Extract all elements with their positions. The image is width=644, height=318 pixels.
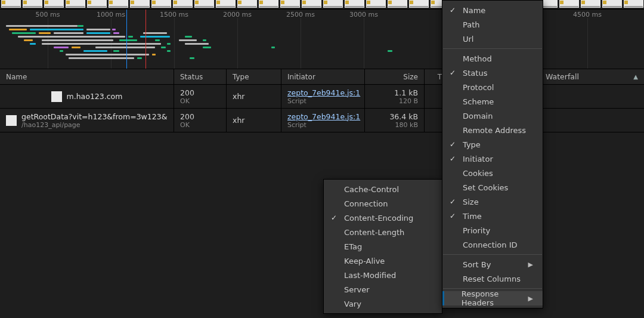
overview-bar xyxy=(86,29,110,30)
check-icon: ✓ xyxy=(448,155,457,163)
submenu-item[interactable]: Vary xyxy=(324,297,442,311)
menu-item[interactable]: Priority xyxy=(442,223,543,237)
chevron-right-icon: ▶ xyxy=(528,261,533,268)
menu-item[interactable]: Protocol xyxy=(442,80,543,94)
overview-bar xyxy=(30,43,36,45)
submenu-label: Keep-Alive xyxy=(344,257,385,265)
timeline-thumbnail[interactable] xyxy=(151,0,171,8)
sort-ascending-icon: ▲ xyxy=(633,73,638,80)
timeline-thumbnail-strip[interactable] xyxy=(0,0,644,10)
submenu-label: Connection xyxy=(344,199,388,208)
overview-bar xyxy=(185,43,209,45)
submenu-item[interactable]: ✓Content-Encoding xyxy=(324,211,442,225)
menu-item[interactable]: Domain xyxy=(442,109,543,123)
overview-bar xyxy=(113,32,119,34)
submenu-item[interactable]: ETag xyxy=(324,239,442,254)
timeline-thumbnail[interactable] xyxy=(602,0,622,8)
timeline-thumbnail[interactable] xyxy=(1,0,21,8)
timeline-thumbnail[interactable] xyxy=(345,0,364,8)
column-header-size[interactable]: Size xyxy=(365,69,425,84)
submenu-label: Cache-Control xyxy=(344,185,399,194)
timeline-thumbnail[interactable] xyxy=(259,0,278,8)
column-header-initiator[interactable]: Initiator xyxy=(281,69,365,84)
initiator-link[interactable]: zepto_7eb941e.js:1 xyxy=(287,112,358,121)
menu-item-label: Status xyxy=(463,69,487,78)
response-headers-submenu[interactable]: Cache-ControlConnection✓Content-Encoding… xyxy=(323,179,442,314)
overview-bar xyxy=(39,32,51,34)
menu-item[interactable]: ✓Size xyxy=(442,194,543,209)
menu-item[interactable]: Response Headers▶ xyxy=(442,291,543,305)
submenu-item[interactable]: Content-Length xyxy=(324,225,442,239)
submenu-item[interactable]: Server xyxy=(324,282,442,297)
overview-bar xyxy=(69,57,134,59)
menu-item[interactable]: Reset Columns xyxy=(442,271,543,286)
submenu-item[interactable]: Last-Modified xyxy=(324,268,442,282)
menu-item[interactable]: Remote Address xyxy=(442,123,543,137)
timeline-thumbnail[interactable] xyxy=(87,0,107,8)
timeline-thumbnail[interactable] xyxy=(23,0,42,8)
request-transfer: 120 B xyxy=(399,97,418,105)
menu-item[interactable]: Cookies xyxy=(442,166,543,180)
header-context-menu[interactable]: ✓NamePathUrlMethod✓StatusProtocolSchemeD… xyxy=(442,0,543,308)
menu-item-label: Set Cookies xyxy=(463,183,508,192)
submenu-item[interactable]: Connection xyxy=(324,196,442,211)
overview-bar xyxy=(78,25,83,27)
overview-bar xyxy=(143,32,167,34)
timeline-thumbnail[interactable] xyxy=(280,0,300,8)
timeline-thumbnail[interactable] xyxy=(323,0,343,8)
timeline-thumbnail[interactable] xyxy=(237,0,257,8)
timeline-thumbnail[interactable] xyxy=(66,0,85,8)
timeline-thumbnail[interactable] xyxy=(173,0,193,8)
timeline-thumbnail[interactable] xyxy=(130,0,150,8)
timeline-thumbnail[interactable] xyxy=(44,0,64,8)
submenu-item[interactable]: Cache-Control xyxy=(324,182,442,196)
timeline-thumbnail[interactable] xyxy=(581,0,600,8)
network-request-row[interactable]: m.hao123.com200OKxhrzepto_7eb941e.js:1Sc… xyxy=(0,85,644,109)
menu-item[interactable]: ✓Name xyxy=(442,3,543,17)
overview-bar xyxy=(18,36,125,38)
timeline-thumbnail[interactable] xyxy=(194,0,214,8)
timeline-thumbnail[interactable] xyxy=(559,0,579,8)
timeline-thumbnail[interactable] xyxy=(366,0,386,8)
network-overview-timeline[interactable]: 500 ms1000 ms1500 ms2000 ms2500 ms3000 m… xyxy=(0,10,644,69)
column-header-name[interactable]: Name xyxy=(0,69,174,84)
timeline-thumbnail[interactable] xyxy=(302,0,321,8)
timeline-thumbnail[interactable] xyxy=(216,0,236,8)
check-icon: ✓ xyxy=(448,69,457,77)
overview-bar xyxy=(388,50,392,52)
timeline-thumbnail[interactable] xyxy=(409,0,429,8)
menu-item-label: Priority xyxy=(463,226,490,235)
menu-item[interactable]: Method xyxy=(442,51,543,66)
submenu-label: Server xyxy=(344,285,370,294)
request-favicon xyxy=(51,91,62,102)
menu-item[interactable]: ✓Initiator xyxy=(442,152,543,166)
menu-item[interactable]: Connection ID xyxy=(442,237,543,252)
menu-item[interactable]: Path xyxy=(442,17,543,32)
column-header-type[interactable]: Type xyxy=(227,69,281,84)
menu-item[interactable]: Sort By▶ xyxy=(442,257,543,271)
network-table-body: m.hao123.com200OKxhrzepto_7eb941e.js:1Sc… xyxy=(0,85,644,132)
column-header-status[interactable]: Status xyxy=(174,69,227,84)
submenu-label: ETag xyxy=(344,242,362,251)
network-table-header[interactable]: Name Status Type Initiator Size Time Wat… xyxy=(0,69,644,85)
network-request-row[interactable]: getRootData?vit=h123&from=3w123&sampl...… xyxy=(0,109,644,132)
menu-item[interactable]: ✓Type xyxy=(442,137,543,152)
timeline-thumbnail[interactable] xyxy=(109,0,128,8)
timeline-marker xyxy=(126,10,127,69)
menu-item[interactable]: ✓Status xyxy=(442,66,543,80)
submenu-item[interactable]: Keep-Alive xyxy=(324,254,442,268)
overview-bar xyxy=(203,47,211,48)
overview-bar xyxy=(185,36,192,38)
menu-item[interactable]: ✓Time xyxy=(442,209,543,223)
overview-bar xyxy=(12,32,36,34)
timeline-thumbnail[interactable] xyxy=(624,0,643,8)
menu-item[interactable]: Scheme xyxy=(442,94,543,109)
menu-item[interactable]: Set Cookies xyxy=(442,180,543,194)
overview-bar xyxy=(137,57,142,59)
initiator-link[interactable]: zepto_7eb941e.js:1 xyxy=(287,88,358,97)
menu-item-label: Domain xyxy=(463,112,493,121)
timeline-thumbnail[interactable] xyxy=(388,0,407,8)
menu-item[interactable]: Url xyxy=(442,32,543,46)
menu-item-label: Sort By xyxy=(463,260,491,269)
check-icon: ✓ xyxy=(448,212,457,220)
